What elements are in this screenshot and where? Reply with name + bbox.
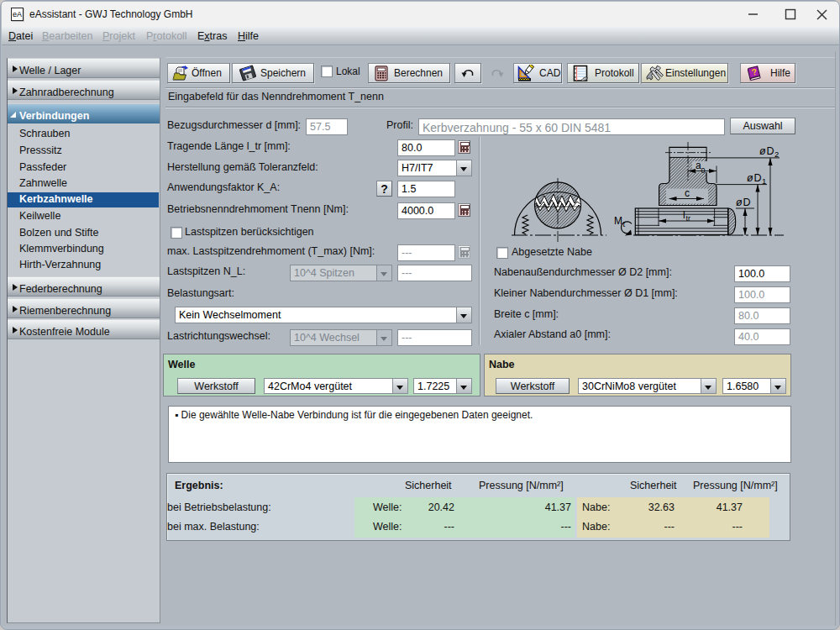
svg-text:D: D [754, 172, 762, 184]
svg-text:ø: ø [759, 145, 766, 157]
svg-text:D: D [743, 197, 751, 208]
svg-text:0: 0 [701, 166, 706, 175]
svg-text:tr: tr [686, 214, 691, 223]
svg-text:ø: ø [736, 197, 743, 208]
svg-text:t: t [623, 220, 626, 228]
svg-text:l: l [683, 209, 685, 221]
svg-text:D: D [767, 145, 774, 157]
svg-text:2: 2 [774, 150, 779, 159]
svg-text:ø: ø [747, 172, 753, 184]
svg-text:1: 1 [762, 176, 766, 186]
svg-text:c: c [685, 187, 690, 199]
